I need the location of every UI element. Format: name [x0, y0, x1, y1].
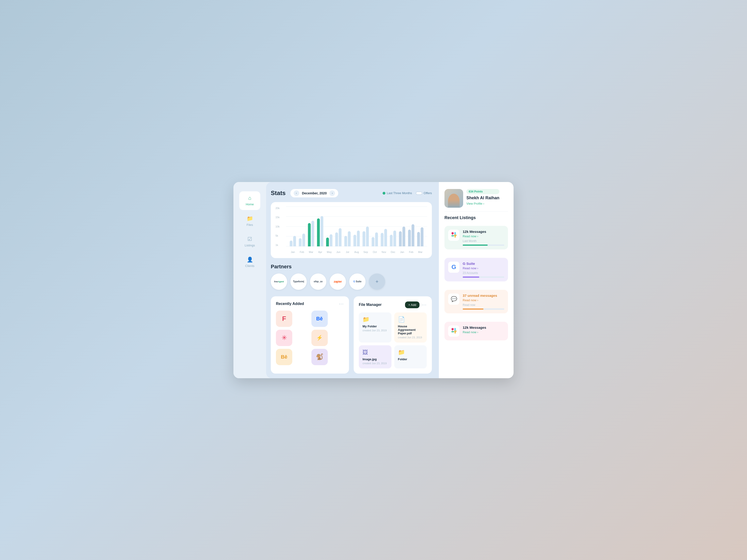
bars-wrapper: [286, 207, 427, 246]
file-item-image[interactable]: 🖼 Image.jpg created Jun 23, 2019: [359, 345, 391, 368]
slack-icon: [451, 232, 457, 239]
listing-progress-gsuite: [463, 276, 504, 278]
sidebar-item-clients[interactable]: 👤 Clients: [239, 253, 260, 272]
chart-bars-area: [286, 207, 427, 246]
app-icon-zendesk[interactable]: ⚡: [311, 330, 328, 346]
view-profile-link[interactable]: View Profile ›: [466, 202, 499, 205]
app-icon-behance2[interactable]: Bē: [276, 349, 292, 365]
partner-zapier[interactable]: zapier: [330, 273, 346, 290]
bar-dec-2: [393, 231, 396, 246]
view-profile-label: View Profile ›: [466, 202, 484, 205]
x-label-jan: Jan: [289, 250, 297, 254]
listing-inner-messages: 💬 37 unread messages Read now › Read now: [448, 294, 504, 310]
listing-name-messages: 37 unread messages: [463, 294, 504, 297]
app-icon-behance[interactable]: Bē: [311, 311, 328, 327]
x-label-nov: Nov: [381, 250, 387, 254]
app-icon-asterisk[interactable]: ✳: [276, 330, 292, 346]
listing-card-slack[interactable]: 12k Messages Read now › Last Month: [444, 226, 508, 249]
listings-title: Recent Listings: [444, 215, 508, 220]
gsuite-icon: G: [452, 263, 456, 271]
bar-dec-1: [390, 235, 393, 246]
bar-group-feb2: [408, 224, 414, 246]
gsuite-icon-wrap: G: [448, 262, 459, 273]
bar-may-2: [330, 234, 332, 246]
bar-mar-2: [311, 221, 314, 246]
listing-sub-gsuite: 23 Accounts: [463, 271, 504, 275]
partner-freeagent[interactable]: freeAgent: [271, 273, 287, 290]
profile-name: Shekh Al Raihan: [466, 195, 499, 201]
partner-gsuite[interactable]: G Suite: [349, 273, 365, 290]
bar-jan2-1: [399, 231, 402, 246]
listing-card-gsuite[interactable]: G G Suite Read now › 23 Accounts: [444, 258, 508, 282]
sidebar-item-files[interactable]: 📁 Files: [239, 212, 260, 231]
listing-card-messages[interactable]: 💬 37 unread messages Read now › Read now: [444, 290, 508, 313]
app-icon-foursquare[interactable]: F: [276, 311, 292, 327]
listing-inner-gsuite: G G Suite Read now › 23 Accounts: [448, 262, 504, 278]
bar-sep-2: [366, 226, 369, 246]
bar-nov-1: [381, 233, 384, 246]
recently-added-header: Recently Added ···: [276, 301, 344, 306]
x-label-jun: Jun: [335, 250, 342, 254]
pdf-date: created Jun 23, 2019: [398, 336, 423, 339]
recently-added-more[interactable]: ···: [339, 301, 344, 306]
listing-inner-slack: 12k Messages Read now › Last Month: [448, 230, 504, 246]
bar-apr-1: [317, 218, 320, 246]
file-item-folder2[interactable]: 📁 Folder: [394, 345, 427, 368]
file-manager-more[interactable]: ···: [422, 302, 427, 307]
listing-card-messages2[interactable]: 12k Messages Read now ›: [444, 322, 508, 341]
sidebar-item-listings-label: Listings: [244, 244, 255, 247]
date-next-button[interactable]: ›: [329, 190, 335, 196]
sidebar-item-listings[interactable]: ☑ Listings: [239, 232, 260, 251]
recently-added-title: Recently Added: [276, 302, 304, 306]
listing-action-messages[interactable]: Read now ›: [463, 298, 504, 302]
x-label-oct: Oct: [371, 250, 379, 254]
chart-x-labels: Jan Feb Mar Apr May Jun Jul Aug Sep Oct …: [286, 250, 427, 254]
listing-action-slack[interactable]: Read now ›: [463, 235, 504, 238]
date-prev-button[interactable]: ‹: [294, 190, 299, 196]
listing-sub-slack: Last Month: [463, 239, 504, 243]
x-label-mar: Mar: [308, 250, 315, 254]
file-item-pdf[interactable]: 📄 House Aggreement Paper.pdf created Jun…: [394, 313, 427, 343]
partners-title: Partners: [271, 264, 432, 270]
bar-group-jun: [335, 228, 341, 246]
chart-y-labels: 1k 5k 10k 15k 20k: [276, 207, 285, 246]
y-label-15k: 15k: [276, 216, 285, 219]
sidebar-item-files-label: Files: [247, 223, 253, 226]
listing-details-slack: 12k Messages Read now › Last Month: [463, 230, 504, 246]
bar-feb-1: [299, 238, 302, 246]
folder2-name: Folder: [398, 357, 423, 361]
chart-area: 1k 5k 10k 15k 20k: [276, 207, 427, 254]
recent-listings-section: Recent Listings: [444, 215, 508, 220]
legend-dot-green: [383, 192, 385, 195]
profile-info: 634 Points Shekh Al Raihan View Profile …: [466, 189, 499, 205]
listing-name-gsuite: G Suite: [463, 262, 504, 266]
listing-action-gsuite[interactable]: Read now ›: [463, 266, 504, 270]
listing-action-messages2[interactable]: Read now ›: [463, 330, 504, 334]
clients-icon: 👤: [247, 257, 253, 263]
app-icon-mailchimp[interactable]: 🐒: [311, 349, 328, 365]
svg-rect-7: [452, 328, 454, 329]
bar-jun-2: [339, 228, 341, 246]
x-label-feb: Feb: [299, 250, 306, 254]
app-container: ⌂ Home 📁 Files ☑ Listings 👤 Clients Stat…: [233, 182, 514, 378]
partner-add-button[interactable]: +: [369, 273, 385, 290]
pdf-name: House Aggreement Paper.pdf: [398, 325, 423, 335]
svg-rect-9: [452, 331, 454, 332]
folder-name: My Folder: [363, 325, 388, 328]
file-item-folder[interactable]: 📁 My Folder created Jun 23, 2019: [359, 313, 391, 343]
stats-header: Stats ‹ December, 2020 › Last Three Mont…: [271, 189, 432, 197]
files-grid: 📁 My Folder created Jun 23, 2019 📄 House…: [359, 313, 427, 368]
x-label-feb-future: Feb: [408, 250, 415, 254]
partner-typeform[interactable]: Typeform|: [290, 273, 307, 290]
sidebar-item-home[interactable]: ⌂ Home: [239, 191, 260, 210]
app-icons-grid: F Bē ✳ ⚡ Bē 🐒: [276, 311, 344, 365]
files-icon: 📁: [247, 216, 253, 222]
file-manager-card: File Manager + Add ··· 📁 My Folder creat…: [354, 296, 432, 374]
bar-feb2-1: [408, 230, 411, 246]
bar-mar2-1: [417, 232, 420, 246]
listing-progress-slack: [463, 244, 504, 246]
partner-ofspace[interactable]: ofsp_ce: [310, 273, 326, 290]
bar-jan2-2: [403, 226, 405, 246]
bar-sep-1: [363, 231, 365, 246]
add-file-button[interactable]: + Add: [405, 301, 419, 308]
